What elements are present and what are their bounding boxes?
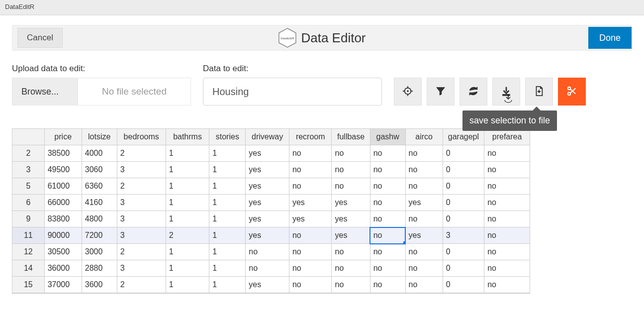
cell[interactable]: no [289,244,332,260]
cell[interactable]: no [484,260,530,277]
download-button[interactable] [492,78,520,106]
column-header[interactable]: bathrms [166,129,209,145]
row-number[interactable]: 14 [12,260,45,277]
cell[interactable]: no [484,178,530,195]
cell[interactable]: no [370,244,405,260]
cell[interactable]: 2880 [82,260,117,277]
sync-button[interactable] [460,78,487,106]
cell[interactable]: 1 [209,211,246,227]
corner-header[interactable] [12,129,45,145]
cell[interactable]: no [484,211,530,227]
cell[interactable]: 3 [117,195,166,211]
row-number[interactable]: 12 [12,244,45,260]
cell[interactable]: no [332,277,370,293]
cell[interactable]: no [484,145,530,162]
cell[interactable]: no [370,145,405,162]
cell[interactable]: 1 [209,227,246,244]
column-header[interactable]: stories [209,129,246,145]
cell[interactable]: yes [246,162,289,178]
cell[interactable]: 83800 [44,211,82,227]
cell[interactable]: no [289,178,332,195]
cell[interactable]: 0 [443,244,484,260]
cell[interactable]: 49500 [44,162,82,178]
cell[interactable]: 7200 [82,227,117,244]
cell[interactable]: 66000 [44,195,82,211]
cell[interactable]: yes [332,227,370,244]
cell[interactable]: 1 [166,162,209,178]
cell[interactable]: no [246,244,289,260]
cell[interactable]: no [370,260,405,277]
cell[interactable]: 3 [117,162,166,178]
cell[interactable]: no [484,244,530,260]
cell[interactable]: yes [405,227,443,244]
cell[interactable]: 0 [443,277,484,293]
cell[interactable]: 1 [209,277,246,293]
cell[interactable]: 0 [443,211,484,227]
cell[interactable]: yes [246,227,289,244]
cell[interactable]: 1 [166,211,209,227]
cell[interactable]: 1 [209,195,246,211]
cell[interactable]: 3 [117,211,166,227]
cell[interactable]: 1 [209,162,246,178]
cell[interactable]: 0 [443,195,484,211]
browse-button[interactable]: Browse... [12,78,78,105]
cell[interactable]: no [370,227,405,244]
cell[interactable]: no [370,162,405,178]
cell[interactable]: no [484,227,530,244]
done-button[interactable]: Done [588,27,632,49]
row-number[interactable]: 9 [12,211,45,227]
export-button[interactable] [525,78,553,106]
cell[interactable]: no [332,145,370,162]
cell[interactable]: yes [332,195,370,211]
cell[interactable]: no [289,277,332,293]
cell[interactable]: 1 [166,244,209,260]
cell[interactable]: no [332,178,370,195]
cell[interactable]: no [370,277,405,293]
row-number[interactable]: 11 [12,227,45,244]
row-number[interactable]: 6 [12,195,45,211]
cell[interactable]: 6360 [82,178,117,195]
cell[interactable]: 2 [117,277,166,293]
column-header[interactable]: bedrooms [117,129,166,145]
cell[interactable]: no [289,145,332,162]
cut-button[interactable] [558,78,586,106]
cell[interactable]: 37000 [44,277,82,293]
cell[interactable]: no [370,178,405,195]
cell[interactable]: 61000 [44,178,82,195]
select-button[interactable] [394,78,422,106]
cell[interactable]: yes [246,211,289,227]
column-header[interactable]: driveway [246,129,289,145]
cancel-button[interactable]: Cancel [17,28,63,48]
cell[interactable]: no [484,277,530,293]
cell[interactable]: 3 [443,227,484,244]
cell[interactable]: 36000 [44,260,82,277]
cell[interactable]: yes [405,195,443,211]
cell[interactable]: yes [289,211,332,227]
cell[interactable]: yes [289,195,332,211]
cell[interactable]: 0 [443,260,484,277]
cell[interactable]: no [405,211,443,227]
column-header[interactable]: fullbase [332,129,370,145]
cell[interactable]: yes [246,145,289,162]
cell[interactable]: no [332,162,370,178]
cell[interactable]: 38500 [44,145,82,162]
cell[interactable]: 3 [117,227,166,244]
cell[interactable]: 2 [117,145,166,162]
cell[interactable]: no [405,244,443,260]
row-number[interactable]: 3 [12,162,45,178]
cell[interactable]: no [332,260,370,277]
column-header[interactable]: recroom [289,129,332,145]
column-header[interactable]: garagepl [443,129,484,145]
cell[interactable]: no [289,162,332,178]
cell[interactable]: 1 [166,145,209,162]
row-number[interactable]: 2 [12,145,45,162]
dataset-input[interactable] [203,78,382,106]
cell[interactable]: no [405,260,443,277]
cell[interactable]: no [405,162,443,178]
cell[interactable]: 1 [166,195,209,211]
cell[interactable]: 1 [209,178,246,195]
cell[interactable]: yes [332,211,370,227]
cell[interactable]: no [370,211,405,227]
cell[interactable]: no [405,277,443,293]
cell[interactable]: 0 [443,162,484,178]
